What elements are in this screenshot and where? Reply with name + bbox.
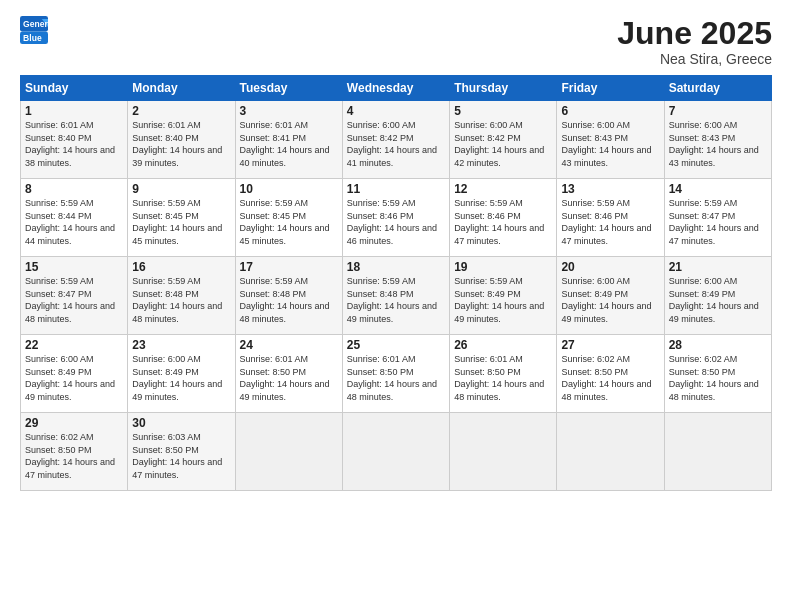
day-number: 26 (454, 338, 552, 352)
day-info: Sunrise: 5:59 AMSunset: 8:46 PMDaylight:… (347, 198, 437, 246)
day-number: 13 (561, 182, 659, 196)
day-number: 28 (669, 338, 767, 352)
day-info: Sunrise: 6:02 AMSunset: 8:50 PMDaylight:… (561, 354, 651, 402)
day-info: Sunrise: 6:01 AMSunset: 8:50 PMDaylight:… (347, 354, 437, 402)
day-info: Sunrise: 5:59 AMSunset: 8:46 PMDaylight:… (454, 198, 544, 246)
day-number: 14 (669, 182, 767, 196)
day-number: 27 (561, 338, 659, 352)
day-info: Sunrise: 5:59 AMSunset: 8:48 PMDaylight:… (347, 276, 437, 324)
day-info: Sunrise: 6:00 AMSunset: 8:43 PMDaylight:… (669, 120, 759, 168)
day-info: Sunrise: 6:00 AMSunset: 8:49 PMDaylight:… (561, 276, 651, 324)
header: General Blue June 2025 Nea Stira, Greece (20, 16, 772, 67)
day-info: Sunrise: 6:00 AMSunset: 8:49 PMDaylight:… (132, 354, 222, 402)
day-number: 12 (454, 182, 552, 196)
table-row: 4Sunrise: 6:00 AMSunset: 8:42 PMDaylight… (342, 101, 449, 179)
table-row: 2Sunrise: 6:01 AMSunset: 8:40 PMDaylight… (128, 101, 235, 179)
col-friday: Friday (557, 76, 664, 101)
day-number: 4 (347, 104, 445, 118)
calendar-row: 8Sunrise: 5:59 AMSunset: 8:44 PMDaylight… (21, 179, 772, 257)
day-info: Sunrise: 5:59 AMSunset: 8:48 PMDaylight:… (240, 276, 330, 324)
col-tuesday: Tuesday (235, 76, 342, 101)
table-row (450, 413, 557, 491)
day-number: 5 (454, 104, 552, 118)
day-info: Sunrise: 5:59 AMSunset: 8:45 PMDaylight:… (132, 198, 222, 246)
day-number: 1 (25, 104, 123, 118)
table-row: 30Sunrise: 6:03 AMSunset: 8:50 PMDayligh… (128, 413, 235, 491)
calendar-table: Sunday Monday Tuesday Wednesday Thursday… (20, 75, 772, 491)
table-row: 18Sunrise: 5:59 AMSunset: 8:48 PMDayligh… (342, 257, 449, 335)
day-number: 24 (240, 338, 338, 352)
calendar-row: 15Sunrise: 5:59 AMSunset: 8:47 PMDayligh… (21, 257, 772, 335)
day-number: 16 (132, 260, 230, 274)
table-row: 14Sunrise: 5:59 AMSunset: 8:47 PMDayligh… (664, 179, 771, 257)
table-row: 29Sunrise: 6:02 AMSunset: 8:50 PMDayligh… (21, 413, 128, 491)
table-row: 24Sunrise: 6:01 AMSunset: 8:50 PMDayligh… (235, 335, 342, 413)
day-number: 8 (25, 182, 123, 196)
day-info: Sunrise: 6:01 AMSunset: 8:40 PMDaylight:… (132, 120, 222, 168)
table-row (664, 413, 771, 491)
day-number: 18 (347, 260, 445, 274)
day-info: Sunrise: 6:00 AMSunset: 8:42 PMDaylight:… (454, 120, 544, 168)
table-row (557, 413, 664, 491)
table-row: 15Sunrise: 5:59 AMSunset: 8:47 PMDayligh… (21, 257, 128, 335)
table-row (235, 413, 342, 491)
svg-text:General: General (23, 19, 48, 29)
calendar-row: 29Sunrise: 6:02 AMSunset: 8:50 PMDayligh… (21, 413, 772, 491)
day-number: 22 (25, 338, 123, 352)
day-number: 11 (347, 182, 445, 196)
day-info: Sunrise: 6:01 AMSunset: 8:41 PMDaylight:… (240, 120, 330, 168)
col-sunday: Sunday (21, 76, 128, 101)
table-row: 16Sunrise: 5:59 AMSunset: 8:48 PMDayligh… (128, 257, 235, 335)
table-row (342, 413, 449, 491)
day-number: 29 (25, 416, 123, 430)
table-row: 11Sunrise: 5:59 AMSunset: 8:46 PMDayligh… (342, 179, 449, 257)
table-row: 5Sunrise: 6:00 AMSunset: 8:42 PMDaylight… (450, 101, 557, 179)
table-row: 27Sunrise: 6:02 AMSunset: 8:50 PMDayligh… (557, 335, 664, 413)
day-info: Sunrise: 5:59 AMSunset: 8:45 PMDaylight:… (240, 198, 330, 246)
table-row: 6Sunrise: 6:00 AMSunset: 8:43 PMDaylight… (557, 101, 664, 179)
table-row: 13Sunrise: 5:59 AMSunset: 8:46 PMDayligh… (557, 179, 664, 257)
title-block: June 2025 Nea Stira, Greece (617, 16, 772, 67)
table-row: 22Sunrise: 6:00 AMSunset: 8:49 PMDayligh… (21, 335, 128, 413)
calendar-row: 22Sunrise: 6:00 AMSunset: 8:49 PMDayligh… (21, 335, 772, 413)
day-number: 25 (347, 338, 445, 352)
day-number: 10 (240, 182, 338, 196)
col-thursday: Thursday (450, 76, 557, 101)
day-number: 23 (132, 338, 230, 352)
day-info: Sunrise: 6:01 AMSunset: 8:40 PMDaylight:… (25, 120, 115, 168)
day-number: 20 (561, 260, 659, 274)
day-info: Sunrise: 5:59 AMSunset: 8:48 PMDaylight:… (132, 276, 222, 324)
day-info: Sunrise: 6:00 AMSunset: 8:49 PMDaylight:… (25, 354, 115, 402)
day-number: 6 (561, 104, 659, 118)
col-saturday: Saturday (664, 76, 771, 101)
table-row: 10Sunrise: 5:59 AMSunset: 8:45 PMDayligh… (235, 179, 342, 257)
day-info: Sunrise: 6:00 AMSunset: 8:42 PMDaylight:… (347, 120, 437, 168)
table-row: 12Sunrise: 5:59 AMSunset: 8:46 PMDayligh… (450, 179, 557, 257)
table-row: 23Sunrise: 6:00 AMSunset: 8:49 PMDayligh… (128, 335, 235, 413)
table-row: 28Sunrise: 6:02 AMSunset: 8:50 PMDayligh… (664, 335, 771, 413)
table-row: 21Sunrise: 6:00 AMSunset: 8:49 PMDayligh… (664, 257, 771, 335)
col-monday: Monday (128, 76, 235, 101)
table-row: 1Sunrise: 6:01 AMSunset: 8:40 PMDaylight… (21, 101, 128, 179)
table-row: 7Sunrise: 6:00 AMSunset: 8:43 PMDaylight… (664, 101, 771, 179)
table-row: 25Sunrise: 6:01 AMSunset: 8:50 PMDayligh… (342, 335, 449, 413)
month-title: June 2025 (617, 16, 772, 51)
day-number: 15 (25, 260, 123, 274)
table-row: 3Sunrise: 6:01 AMSunset: 8:41 PMDaylight… (235, 101, 342, 179)
day-info: Sunrise: 6:01 AMSunset: 8:50 PMDaylight:… (240, 354, 330, 402)
day-info: Sunrise: 5:59 AMSunset: 8:44 PMDaylight:… (25, 198, 115, 246)
logo: General Blue (20, 16, 48, 44)
table-row: 17Sunrise: 5:59 AMSunset: 8:48 PMDayligh… (235, 257, 342, 335)
header-row: Sunday Monday Tuesday Wednesday Thursday… (21, 76, 772, 101)
table-row: 20Sunrise: 6:00 AMSunset: 8:49 PMDayligh… (557, 257, 664, 335)
day-number: 7 (669, 104, 767, 118)
day-info: Sunrise: 5:59 AMSunset: 8:47 PMDaylight:… (25, 276, 115, 324)
day-info: Sunrise: 6:02 AMSunset: 8:50 PMDaylight:… (669, 354, 759, 402)
day-number: 30 (132, 416, 230, 430)
day-info: Sunrise: 5:59 AMSunset: 8:46 PMDaylight:… (561, 198, 651, 246)
table-row: 19Sunrise: 5:59 AMSunset: 8:49 PMDayligh… (450, 257, 557, 335)
day-info: Sunrise: 6:00 AMSunset: 8:49 PMDaylight:… (669, 276, 759, 324)
table-row: 26Sunrise: 6:01 AMSunset: 8:50 PMDayligh… (450, 335, 557, 413)
day-number: 2 (132, 104, 230, 118)
day-number: 9 (132, 182, 230, 196)
